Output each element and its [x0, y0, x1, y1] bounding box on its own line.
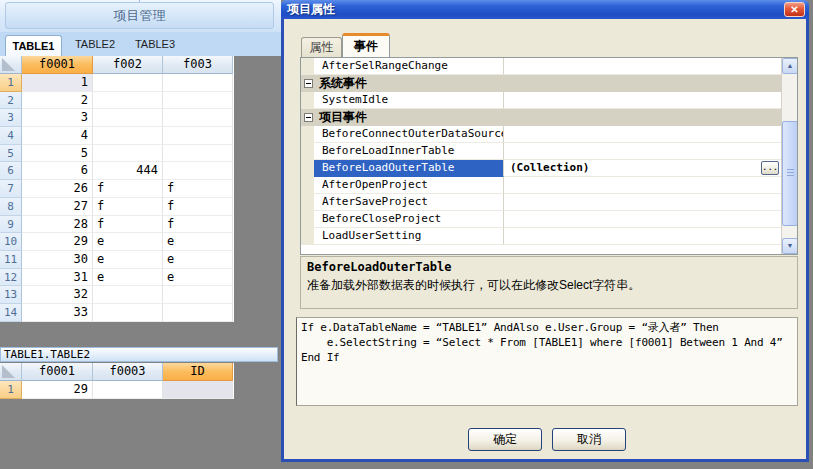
collapse-icon[interactable] [304, 79, 313, 88]
collapse-icon[interactable] [304, 113, 313, 122]
event-value[interactable] [504, 58, 781, 75]
grid-cell[interactable]: 3 [22, 109, 93, 127]
event-row-selected[interactable]: BeforeLoadOuterTable (Collection) ... [301, 160, 781, 177]
column-header-f0003[interactable]: f0003 [93, 363, 163, 381]
column-header-f003[interactable]: f003 [163, 56, 233, 74]
event-value[interactable] [504, 194, 781, 211]
row-header[interactable]: 5 [0, 145, 22, 163]
event-row[interactable]: BeforeCloseProject [301, 211, 781, 228]
grid-cell[interactable]: e [163, 251, 233, 269]
event-row[interactable]: BeforeLoadInnerTable [301, 143, 781, 160]
dialog-titlebar[interactable]: 项目属性 ✕ [281, 0, 809, 19]
grid-cell[interactable]: 444 [93, 162, 163, 180]
event-value[interactable] [504, 211, 781, 228]
event-value[interactable]: (Collection) ... [504, 160, 781, 177]
event-name[interactable]: LoadUserSetting [314, 228, 504, 245]
row-header[interactable]: 7 [0, 180, 22, 198]
tab-table1[interactable]: TABLE1 [5, 35, 62, 56]
grid-cell[interactable]: 31 [22, 269, 93, 287]
grid-cell[interactable] [93, 286, 163, 304]
grid-cell[interactable] [163, 286, 233, 304]
row-header[interactable]: 14 [0, 304, 22, 322]
row-header[interactable]: 6 [0, 162, 22, 180]
row-header[interactable]: 13 [0, 286, 22, 304]
row-header[interactable]: 11 [0, 251, 22, 269]
row-header[interactable]: 12 [0, 269, 22, 287]
scrollbar-thumb[interactable] [782, 121, 798, 226]
ok-button[interactable]: 确定 [468, 428, 542, 451]
row-header[interactable]: 9 [0, 216, 22, 234]
grid-cell[interactable] [163, 304, 233, 322]
row-header[interactable]: 8 [0, 198, 22, 216]
grid-cell[interactable] [93, 145, 163, 163]
grid-cell[interactable]: 29 [22, 233, 93, 251]
grid-cell[interactable] [93, 304, 163, 322]
row-header[interactable]: 3 [0, 109, 22, 127]
ellipsis-button[interactable]: ... [761, 161, 779, 175]
event-category-row[interactable]: 系统事件 [301, 75, 781, 92]
row-header[interactable]: 2 [0, 92, 22, 110]
event-row[interactable]: AfterSaveProject [301, 194, 781, 211]
event-value[interactable] [504, 177, 781, 194]
ribbon-button-project-manage[interactable]: 项目管理 [5, 2, 274, 29]
event-row[interactable]: BeforeConnectOuterDataSource [301, 126, 781, 143]
event-row[interactable]: AfterOpenProject [301, 177, 781, 194]
scroll-down-button[interactable]: ▼ [782, 238, 798, 254]
column-header-f0001[interactable]: f0001 [22, 363, 93, 381]
grid-cell[interactable]: e [163, 233, 233, 251]
event-name[interactable]: BeforeCloseProject [314, 211, 504, 228]
grid-cell[interactable]: f [93, 216, 163, 234]
tab-events[interactable]: 事件 [342, 33, 390, 57]
event-code-editor[interactable]: If e.DataTableName = “TABLE1” AndAlso e.… [296, 317, 798, 406]
tab-table3[interactable]: TABLE3 [125, 38, 185, 56]
column-header-f002[interactable]: f002 [93, 56, 163, 74]
event-value[interactable] [504, 228, 781, 245]
row-header[interactable]: 1 [0, 74, 22, 92]
event-value[interactable] [504, 126, 781, 143]
grid-cell[interactable]: f [93, 198, 163, 216]
grid-cell[interactable]: f [93, 180, 163, 198]
grid-cell[interactable]: 32 [22, 286, 93, 304]
grid-corner-cell[interactable] [0, 363, 22, 381]
grid-cell[interactable] [163, 74, 233, 92]
grid-cell[interactable]: 27 [22, 198, 93, 216]
scroll-up-button[interactable]: ▲ [782, 58, 798, 74]
grid-cell[interactable] [163, 145, 233, 163]
grid-cell[interactable]: 29 [22, 381, 93, 399]
grid-cell[interactable] [163, 92, 233, 110]
tab-properties[interactable]: 属性 [301, 37, 342, 57]
tab-table2[interactable]: TABLE2 [66, 38, 124, 56]
grid-cell[interactable]: f [163, 198, 233, 216]
event-row[interactable]: AfterSelRangeChange [301, 58, 781, 75]
grid-cell[interactable]: 5 [22, 145, 93, 163]
column-header-id[interactable]: ID [163, 363, 233, 381]
event-value[interactable] [504, 143, 781, 160]
grid-cell[interactable]: e [93, 233, 163, 251]
event-name[interactable]: BeforeLoadOuterTable [314, 160, 504, 177]
event-row[interactable]: LoadUserSetting [301, 228, 781, 245]
grid-cell[interactable] [163, 162, 233, 180]
grid-cell[interactable] [93, 92, 163, 110]
cancel-button[interactable]: 取消 [552, 428, 626, 451]
grid-cell[interactable]: 28 [22, 216, 93, 234]
row-header[interactable]: 4 [0, 127, 22, 145]
event-name[interactable]: AfterOpenProject [314, 177, 504, 194]
grid-cell[interactable]: 2 [22, 92, 93, 110]
column-header-f0001[interactable]: f0001 [22, 56, 93, 74]
grid-cell[interactable]: 26 [22, 180, 93, 198]
grid-cell[interactable] [93, 74, 163, 92]
event-row[interactable]: SystemIdle [301, 92, 781, 109]
grid-cell[interactable]: 6 [22, 162, 93, 180]
row-header[interactable]: 1 [0, 381, 22, 399]
grid-cell[interactable] [93, 127, 163, 145]
grid-cell[interactable]: f [163, 216, 233, 234]
grid-cell[interactable] [163, 381, 233, 399]
event-name[interactable]: BeforeLoadInnerTable [314, 143, 504, 160]
grid-cell[interactable]: e [93, 251, 163, 269]
event-name[interactable]: AfterSaveProject [314, 194, 504, 211]
grid-cell[interactable]: e [93, 269, 163, 287]
grid-cell[interactable] [163, 127, 233, 145]
grid-cell[interactable]: 30 [22, 251, 93, 269]
event-name[interactable]: AfterSelRangeChange [314, 58, 504, 75]
grid-cell[interactable]: f [163, 180, 233, 198]
